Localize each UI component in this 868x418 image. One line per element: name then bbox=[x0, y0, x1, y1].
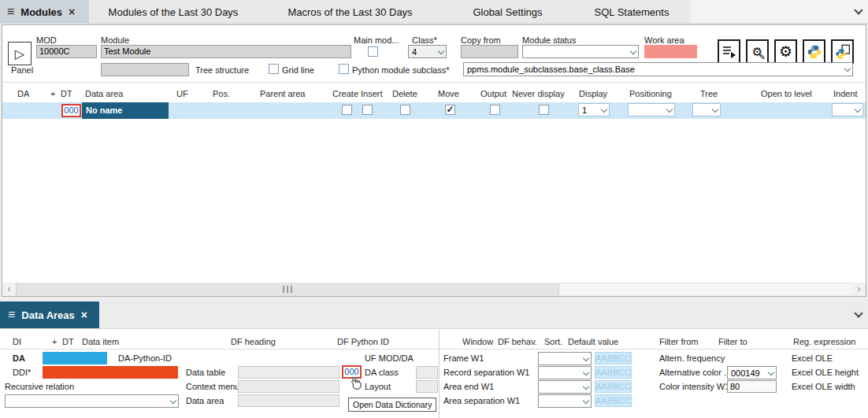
copy-from-label: Copy from bbox=[461, 35, 501, 45]
top-tab-bar: ≡ Modules × Modules of the Last 30 Days … bbox=[0, 0, 868, 24]
excel-ole-width-label: Excel OLE width bbox=[792, 382, 855, 391]
area-separation-w1-label: Area separation W1 bbox=[443, 396, 520, 405]
col-header-tree: Tree bbox=[700, 89, 718, 98]
delete-checkbox[interactable] bbox=[400, 105, 410, 115]
record-separation-w1-label: Record separation W1 bbox=[443, 368, 529, 377]
python-button[interactable] bbox=[803, 39, 825, 64]
record-separation-w1-color-field[interactable]: AABBCC bbox=[595, 366, 632, 379]
col-header-display: Display bbox=[579, 89, 607, 98]
frame-w1-dropdown[interactable] bbox=[538, 352, 592, 365]
excel-ole-height-label: Excel OLE height bbox=[792, 368, 859, 377]
configure-gear-button[interactable]: ⚙ ✎ bbox=[746, 39, 769, 64]
tree-dropdown[interactable] bbox=[692, 103, 721, 117]
menu-icon[interactable]: ≡ bbox=[7, 6, 14, 18]
alternative-color-value: 000149 bbox=[731, 368, 760, 378]
copy-from-field[interactable] bbox=[461, 45, 518, 58]
move-checkbox[interactable]: ✓ bbox=[445, 105, 455, 115]
area-end-w1-dropdown[interactable] bbox=[538, 380, 592, 394]
add-row-button[interactable]: + bbox=[50, 89, 55, 98]
record-separation-w1-dropdown[interactable] bbox=[538, 366, 592, 379]
module-status-label: Module status bbox=[522, 35, 576, 45]
tree-structure-label: Tree structure bbox=[195, 65, 249, 75]
class-value: 4 bbox=[412, 47, 417, 57]
run-module-button[interactable]: ▷ bbox=[8, 42, 32, 65]
mod-field[interactable]: 10000C bbox=[36, 45, 97, 58]
display-dropdown[interactable]: 1 bbox=[578, 103, 610, 117]
col-header-output: Output bbox=[480, 89, 506, 98]
scrollbar-thumb[interactable] bbox=[16, 283, 559, 296]
tab-data-areas[interactable]: ≡ Data Areas × bbox=[0, 301, 99, 328]
alternative-color-dropdown[interactable]: 000149 bbox=[727, 366, 777, 379]
close-tab-icon[interactable]: × bbox=[69, 6, 75, 17]
area-separation-w1-color-field[interactable]: AABBCC bbox=[595, 394, 632, 407]
mouse-cursor bbox=[350, 375, 362, 391]
insert-checkbox[interactable] bbox=[362, 105, 373, 115]
layout-label: Layout bbox=[365, 382, 391, 391]
da-field[interactable] bbox=[43, 352, 107, 364]
chevron-down-icon[interactable] bbox=[855, 7, 862, 13]
python-subclass-checkbox[interactable] bbox=[339, 64, 349, 74]
module-status-dropdown[interactable] bbox=[522, 45, 639, 58]
module-field[interactable]: Test Module bbox=[101, 45, 351, 58]
col-header-di: DI bbox=[13, 337, 21, 346]
chevron-down-icon[interactable] bbox=[855, 310, 862, 316]
area-end-w1-color-field[interactable]: AABBCC bbox=[595, 380, 632, 393]
main-mod-label: Main mod... bbox=[354, 35, 399, 45]
da-python-id-label: DA-Python-ID bbox=[118, 353, 172, 363]
ddi-field[interactable] bbox=[43, 366, 178, 379]
layout-field[interactable] bbox=[416, 380, 438, 393]
data-area-field[interactable] bbox=[238, 394, 339, 407]
tab-modules[interactable]: ≡ Modules × bbox=[0, 0, 89, 24]
col-header-dt: DT bbox=[61, 89, 72, 98]
toolbar-divider bbox=[2, 82, 866, 83]
color-intensity-field[interactable]: 80 bbox=[727, 380, 777, 393]
col-header-delete: Delete bbox=[392, 89, 417, 98]
tab-sql-statements[interactable]: SQL Statements bbox=[573, 0, 691, 24]
close-tab-icon[interactable]: × bbox=[81, 309, 87, 320]
area-separation-w1-dropdown[interactable] bbox=[538, 394, 592, 408]
never-display-checkbox[interactable] bbox=[539, 105, 549, 115]
frame-w1-color-field[interactable]: AABBCC bbox=[595, 352, 632, 364]
python-subclass-value: ppms.module_subclasses.base_class.Base bbox=[467, 65, 635, 74]
python-subclass-dropdown[interactable]: ppms.module_subclasses.base_class.Base bbox=[463, 62, 853, 76]
indent-dropdown[interactable] bbox=[832, 103, 863, 117]
positioning-dropdown[interactable] bbox=[628, 103, 675, 117]
module-sequence-button[interactable] bbox=[718, 39, 740, 64]
mod-label: MOD bbox=[36, 35, 57, 45]
col-header-dt: DT bbox=[62, 337, 74, 346]
grid-line-checkbox[interactable] bbox=[269, 64, 279, 74]
row-dt-cell[interactable]: 000 bbox=[61, 104, 81, 117]
alternative-color-label: Alternative color ... bbox=[659, 368, 731, 377]
python-subclass-label: Python module subclass* bbox=[352, 65, 450, 75]
python-file-button[interactable] bbox=[831, 39, 854, 64]
data-table-field[interactable] bbox=[238, 366, 339, 379]
pencil-icon: ✎ bbox=[759, 53, 766, 61]
tab-modules-last-30-days[interactable]: Modules of the Last 30 Days bbox=[89, 0, 258, 24]
add-item-button[interactable]: + bbox=[52, 337, 57, 346]
main-mod-checkbox[interactable] bbox=[368, 46, 378, 57]
panel-field[interactable] bbox=[101, 63, 189, 76]
create-checkbox[interactable] bbox=[342, 105, 352, 115]
thumb-grip-icon bbox=[287, 286, 288, 293]
scroll-right-button[interactable]: › bbox=[852, 283, 866, 296]
thumb-grip-icon bbox=[291, 286, 292, 293]
context-menu-field[interactable] bbox=[238, 380, 339, 393]
scroll-left-button[interactable]: ‹ bbox=[2, 283, 16, 296]
python-icon bbox=[807, 44, 822, 60]
col-header-data-item: Data item bbox=[82, 337, 119, 346]
class-dropdown[interactable]: 4 bbox=[408, 45, 447, 58]
play-icon: ▷ bbox=[15, 46, 24, 61]
work-area-field[interactable] bbox=[644, 45, 697, 58]
tab-label: Global Settings bbox=[473, 6, 542, 18]
uf-mod-da-label: UF MOD/DA bbox=[365, 353, 414, 363]
recursive-relation-dropdown[interactable] bbox=[5, 394, 179, 408]
tab-label: Modules of the Last 30 Days bbox=[109, 6, 239, 18]
row-name-cell[interactable]: No name bbox=[82, 102, 169, 119]
menu-icon[interactable]: ≡ bbox=[8, 309, 15, 321]
bottom-tab-bar: ≡ Data Areas × bbox=[0, 301, 868, 328]
output-checkbox[interactable] bbox=[490, 105, 500, 115]
tab-global-settings[interactable]: Global Settings bbox=[443, 0, 573, 24]
settings-gear-button[interactable]: ⚙ bbox=[774, 39, 797, 64]
tab-macros-last-30-days[interactable]: Macros of the Last 30 Days bbox=[258, 0, 443, 24]
da-class-field[interactable] bbox=[416, 366, 438, 379]
